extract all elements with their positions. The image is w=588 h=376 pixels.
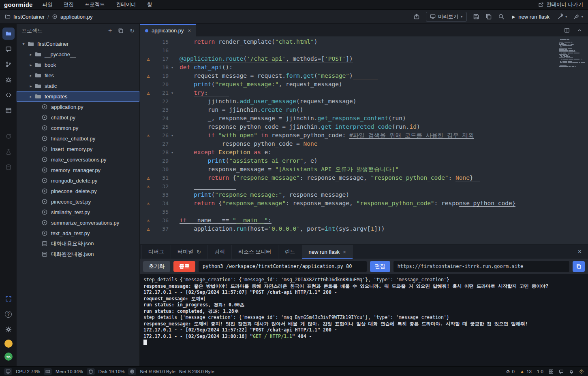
code-editor[interactable]: 15 return render_template("chat.html")16…: [140, 36, 588, 244]
tree-folder-book[interactable]: ▸book: [17, 59, 139, 70]
project-tools-button[interactable]: ▾: [573, 13, 583, 20]
code-line-30[interactable]: 30 response_message = "[Assistants API 오…: [140, 165, 588, 174]
tree-file-pinecone_delete.py[interactable]: pinecone_delete.py: [17, 186, 139, 196]
menu-창[interactable]: 창: [147, 1, 152, 8]
save-all-button[interactable]: [485, 13, 492, 20]
run-url-field[interactable]: https://firstcontainer-itrrk.run.goorm.s…: [393, 261, 569, 272]
tree-file-text_ada_test.py[interactable]: text_ada_test.py: [17, 228, 139, 238]
keyboard-icon[interactable]: [44, 368, 52, 375]
fold-icon[interactable]: ▾: [169, 89, 177, 97]
fold-icon[interactable]: ▾: [169, 131, 177, 140]
tree-folder-templates[interactable]: ▸templates: [17, 91, 139, 102]
collapse-panel-icon[interactable]: [577, 28, 582, 33]
code-line-22[interactable]: 22 jjinchin.add_user_message(request_mes…: [140, 97, 588, 106]
tree-file-대화내용요약.json[interactable]: 대화내용요약.json: [17, 238, 139, 249]
activity-templates[interactable]: [2, 104, 15, 117]
code-line-16[interactable]: 16: [140, 46, 588, 55]
copy-url-button[interactable]: [573, 261, 585, 272]
bell-icon[interactable]: [569, 369, 574, 374]
split-editor-icon[interactable]: [564, 28, 570, 33]
cursor-position[interactable]: 1:0: [537, 369, 543, 374]
code-line-21[interactable]: ⚠21▾ try:: [140, 89, 588, 97]
code-line-24[interactable]: 24 _, response_message = jjinchin.get_re…: [140, 114, 588, 123]
preview-button[interactable]: 미리보기 ▾: [426, 12, 467, 22]
code-line-28[interactable]: 28▾ except Exception as e:: [140, 148, 588, 157]
collapse-all-icon[interactable]: [118, 28, 124, 34]
tree-file-make_conversations.py[interactable]: make_conversations.py: [17, 154, 139, 165]
activity-source-control[interactable]: [2, 58, 15, 70]
user-avatar[interactable]: YK: [4, 353, 13, 361]
tree-file-application.py[interactable]: application.py: [17, 102, 139, 112]
grid-icon[interactable]: [549, 369, 554, 374]
code-line-35[interactable]: 35: [140, 208, 588, 216]
tree-folder-files[interactable]: ▸files: [17, 70, 139, 81]
feedback-icon[interactable]: [559, 369, 564, 374]
refresh-icon[interactable]: ↻: [197, 249, 201, 255]
panel-tab-디버그[interactable]: 디버그: [141, 245, 171, 259]
code-line-17[interactable]: ⚠17@application.route('/chat-api', metho…: [140, 55, 588, 63]
terminal-output[interactable]: step_details {'message_creation': {'mess…: [140, 274, 588, 366]
activity-debug[interactable]: [2, 74, 15, 86]
menu-컨테이너[interactable]: 컨테이너: [116, 1, 136, 8]
menu-프로젝트[interactable]: 프로젝트: [85, 1, 105, 8]
tree-file-memory_manager.py[interactable]: memory_manager.py: [17, 165, 139, 175]
breadcrumb-container[interactable]: firstContainer: [13, 14, 45, 20]
help-button[interactable]: ?: [2, 308, 15, 320]
history-clock-icon[interactable]: [579, 369, 584, 374]
panel-tab-터미널[interactable]: 터미널↻: [171, 245, 208, 259]
reset-button[interactable]: 초기화: [143, 261, 170, 272]
code-line-34[interactable]: ⚠34 return {"response_message": response…: [140, 199, 588, 208]
code-line-18[interactable]: 18▾def chat_api():: [140, 63, 588, 72]
save-button[interactable]: [473, 13, 479, 20]
run-config-button[interactable]: ▶ new run flask: [511, 14, 551, 20]
build-tools-button[interactable]: ▾: [557, 13, 567, 20]
fold-icon[interactable]: ▾: [169, 148, 177, 157]
tree-file-summarize_conversations.py[interactable]: summarize_conversations.py: [17, 217, 139, 228]
panel-tab-리소스 모니터[interactable]: 리소스 모니터: [232, 245, 278, 259]
activity-chat[interactable]: [2, 43, 15, 55]
tree-folder-static[interactable]: ▸static: [17, 81, 139, 91]
code-line-27[interactable]: 27 response_python_code = None: [140, 140, 588, 148]
activity-explorer[interactable]: [2, 28, 15, 40]
code-line-25[interactable]: 25 response_python_code = jjinchin.get_i…: [140, 123, 588, 131]
tree-file-common.py[interactable]: common.py: [17, 123, 139, 133]
code-line-15[interactable]: 15 return render_template("chat.html"): [140, 38, 588, 46]
activity-sync-disabled[interactable]: [2, 130, 15, 142]
activity-snippets[interactable]: [2, 89, 15, 101]
activity-lab-disabled[interactable]: [2, 146, 15, 158]
exit-container-button[interactable]: 컨테이너 나가기: [538, 1, 583, 8]
network-icon[interactable]: [128, 368, 136, 375]
close-panel-tab-icon[interactable]: ×: [343, 249, 346, 255]
expand-workspace-button[interactable]: [2, 293, 15, 305]
menu-편집[interactable]: 편집: [64, 1, 74, 8]
tree-folder-__pycache__[interactable]: ▸__pycache__: [17, 49, 139, 59]
minimap[interactable]: [559, 39, 584, 67]
code-line-32[interactable]: ⚠32: [140, 182, 588, 191]
edit-command-button[interactable]: 편집: [370, 261, 390, 272]
code-line-36[interactable]: ⚠36if __name__ == "__main__":: [140, 216, 588, 225]
tab-application-py[interactable]: application.py ×: [140, 24, 196, 36]
close-panel-icon[interactable]: ×: [578, 248, 588, 255]
refresh-tree-button[interactable]: ↻: [130, 28, 135, 34]
code-line-20[interactable]: 20 print("request_message:", request_mes…: [140, 80, 588, 89]
code-line-29[interactable]: 29 print("assistants ai error", e): [140, 157, 588, 165]
code-line-31[interactable]: ⚠31 return {"response_message": response…: [140, 174, 588, 182]
tree-file-insert_memory.py[interactable]: insert_memory.py: [17, 144, 139, 154]
warnings-indicator[interactable]: ▲13: [520, 369, 532, 374]
tree-file-chatbot.py[interactable]: chatbot.py: [17, 112, 139, 123]
notification-avatar[interactable]: [4, 340, 13, 348]
deploy-button[interactable]: [413, 13, 420, 20]
panel-tab-린트[interactable]: 린트: [278, 245, 302, 259]
errors-indicator[interactable]: ⊘0: [506, 369, 515, 374]
stop-button[interactable]: 종료: [173, 261, 195, 272]
tree-folder-firstContainer[interactable]: ▾firstContainer: [17, 38, 139, 49]
tree-file-pinecone_test.py[interactable]: pinecone_test.py: [17, 196, 139, 207]
run-command-field[interactable]: python3 /workspace/firstContainer/applic…: [199, 261, 367, 272]
close-tab-icon[interactable]: ×: [188, 28, 191, 34]
settings-button[interactable]: [2, 323, 15, 336]
panel-tab-new run flask[interactable]: new run flask×: [302, 245, 353, 259]
panel-tab-검색[interactable]: 검색: [208, 245, 232, 259]
fold-icon[interactable]: ▾: [169, 63, 177, 72]
code-line-26[interactable]: ⚠26▾ if "with open" in response_python_c…: [140, 131, 588, 140]
search-button[interactable]: [498, 13, 505, 20]
